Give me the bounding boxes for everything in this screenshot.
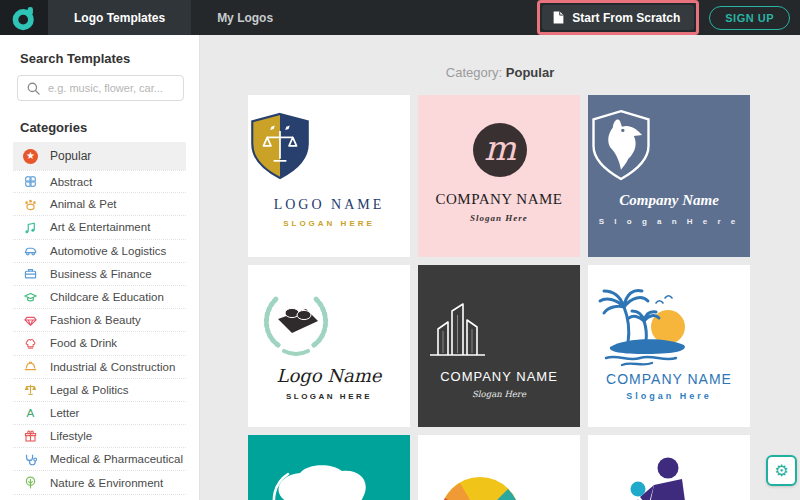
brand-logo[interactable] bbox=[0, 0, 48, 35]
template-card-justice-shield[interactable]: LOGO NAME SLOGAN HERE bbox=[248, 95, 410, 257]
monogram-letter: m bbox=[484, 131, 516, 165]
template-card-wolf-shield[interactable]: Company Name S l o g a n H e r e bbox=[588, 95, 750, 257]
sidebar-item-animal-pet[interactable]: Animal & Pet bbox=[13, 193, 186, 216]
category-list: Abstract Animal & Pet Art & Entertainmen… bbox=[13, 170, 186, 495]
search-input[interactable] bbox=[48, 82, 175, 94]
palm-island-icon bbox=[588, 279, 712, 371]
tab-logo-templates[interactable]: Logo Templates bbox=[48, 0, 191, 35]
app-window: Logo Templates My Logos Start From Scrat… bbox=[0, 0, 800, 500]
sidebar: Search Templates Categories ★ Popular bbox=[0, 35, 200, 500]
monogram-circle-icon: m bbox=[473, 123, 527, 177]
search-templates-heading: Search Templates bbox=[0, 51, 199, 66]
start-from-scratch-button[interactable]: Start From Scratch bbox=[542, 5, 694, 30]
diamond-icon bbox=[23, 313, 38, 328]
logo-name-text: Logo Name bbox=[248, 365, 410, 386]
sidebar-item-childcare-education[interactable]: Childcare & Education bbox=[13, 286, 186, 309]
sidebar-item-medical-pharmaceutical[interactable]: Medical & Pharmaceutical bbox=[13, 448, 186, 471]
start-from-scratch-label: Start From Scratch bbox=[572, 11, 680, 25]
sidebar-item-abstract[interactable]: Abstract bbox=[13, 170, 186, 193]
car-icon bbox=[23, 243, 38, 258]
sidebar-item-letter[interactable]: A Letter bbox=[13, 402, 186, 425]
search-box[interactable] bbox=[17, 75, 184, 101]
template-card-reading-figures[interactable] bbox=[588, 435, 750, 500]
sidebar-item-art-entertainment[interactable]: Art & Entertainment bbox=[13, 216, 186, 239]
reading-figures-icon bbox=[588, 453, 712, 500]
logo-name-text: LOGO NAME bbox=[248, 197, 410, 213]
letter-a-icon: A bbox=[23, 405, 38, 420]
justice-shield-icon bbox=[248, 111, 312, 183]
wolf-shield-icon bbox=[588, 107, 654, 185]
briefcase-icon bbox=[23, 266, 38, 281]
hard-hat-icon bbox=[23, 359, 38, 374]
template-card-laurel-wreath[interactable]: Logo Name SLOGAN HERE bbox=[248, 265, 410, 427]
tab-label: My Logos bbox=[217, 11, 273, 25]
scales-icon bbox=[23, 382, 38, 397]
star-badge-icon: ★ bbox=[23, 149, 38, 164]
buildings-icon bbox=[418, 287, 496, 359]
template-card-ball-hand[interactable] bbox=[418, 435, 580, 500]
tab-my-logos[interactable]: My Logos bbox=[191, 0, 299, 35]
template-card-palm-island[interactable]: COMPANY NAME Slogan Here bbox=[588, 265, 750, 427]
sidebar-item-automotive-logistics[interactable]: Automotive & Logistics bbox=[13, 240, 186, 263]
search-icon bbox=[26, 81, 41, 96]
sign-up-button[interactable]: SIGN UP bbox=[709, 6, 790, 30]
laurel-wreath-icon bbox=[248, 283, 344, 359]
logo-name-text: COMPANY NAME bbox=[418, 369, 580, 384]
sidebar-item-label: Popular bbox=[50, 149, 91, 163]
logo-name-text: COMPANY NAME bbox=[418, 191, 580, 208]
navbar-right-group: Start From Scratch SIGN UP bbox=[537, 0, 800, 35]
music-note-icon bbox=[23, 220, 38, 235]
logo-name-text: COMPANY NAME bbox=[588, 371, 750, 387]
sidebar-item-lifestyle[interactable]: Lifestyle bbox=[13, 425, 186, 448]
top-navbar: Logo Templates My Logos Start From Scrat… bbox=[0, 0, 800, 35]
gear-icon: ⚙ bbox=[774, 463, 788, 479]
logo-slogan-text: Slogan Here bbox=[588, 391, 750, 401]
logo-slogan-text: Slogan Here bbox=[418, 213, 580, 223]
sidebar-item-food-drink[interactable]: Food & Drink bbox=[13, 332, 186, 355]
category-label: Category: bbox=[446, 65, 502, 80]
paw-icon bbox=[23, 197, 38, 212]
sidebar-item-fashion-beauty[interactable]: Fashion & Beauty bbox=[13, 309, 186, 332]
main-content: Category: Popular bbox=[200, 35, 800, 500]
template-card-tooth[interactable] bbox=[248, 435, 410, 500]
category-value: Popular bbox=[506, 65, 554, 80]
sidebar-item-business-finance[interactable]: Business & Finance bbox=[13, 263, 186, 286]
ball-hand-icon bbox=[418, 455, 542, 500]
designevo-d-icon bbox=[11, 5, 37, 31]
chef-hat-icon bbox=[23, 336, 38, 351]
sidebar-item-popular[interactable]: ★ Popular bbox=[13, 142, 186, 170]
graduation-cap-icon bbox=[23, 290, 38, 305]
template-grid: LOGO NAME SLOGAN HERE m COMPANY NAME Slo… bbox=[248, 95, 800, 500]
logo-slogan-text: S l o g a n H e r e bbox=[588, 217, 750, 226]
svg-text:A: A bbox=[27, 406, 35, 419]
sidebar-item-legal-politics[interactable]: Legal & Politics bbox=[13, 379, 186, 402]
gift-icon bbox=[23, 429, 38, 444]
stethoscope-icon bbox=[23, 452, 38, 467]
tooth-icon bbox=[248, 455, 388, 500]
tree-icon bbox=[23, 475, 38, 490]
settings-fab[interactable]: ⚙ bbox=[766, 455, 797, 486]
sidebar-item-industrial-construction[interactable]: Industrial & Construction bbox=[13, 356, 186, 379]
abstract-icon bbox=[23, 174, 38, 189]
annotation-highlight-box: Start From Scratch bbox=[537, 0, 699, 35]
sidebar-item-nature-environment[interactable]: Nature & Environment bbox=[13, 471, 186, 494]
template-card-monogram-m[interactable]: m COMPANY NAME Slogan Here bbox=[418, 95, 580, 257]
category-header: Category: Popular bbox=[200, 65, 800, 81]
template-card-buildings[interactable]: COMPANY NAME Slogan Here bbox=[418, 265, 580, 427]
categories-heading: Categories bbox=[0, 120, 199, 135]
logo-name-text: Company Name bbox=[588, 192, 750, 209]
tab-label: Logo Templates bbox=[74, 11, 165, 25]
logo-slogan-text: SLOGAN HERE bbox=[248, 219, 410, 228]
logo-slogan-text: SLOGAN HERE bbox=[248, 392, 410, 401]
document-icon bbox=[552, 10, 565, 25]
logo-slogan-text: Slogan Here bbox=[418, 389, 580, 399]
